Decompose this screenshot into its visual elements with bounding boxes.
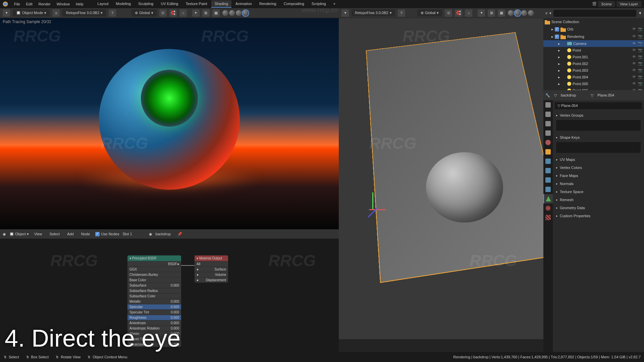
eye-icon[interactable]: 👁 xyxy=(632,41,637,46)
particle-tab[interactable] xyxy=(543,166,553,175)
eye-icon[interactable]: 👁 xyxy=(632,48,637,53)
outliner-item-point-003[interactable]: ▸ Point.003👁📷 xyxy=(543,67,644,74)
menu-toggle-icon[interactable]: ≡ xyxy=(52,9,60,17)
tab-rendering[interactable]: Rendering xyxy=(256,0,280,8)
scene-tab[interactable] xyxy=(543,128,553,138)
props-section-texture-space[interactable]: ▸ Texture Space xyxy=(555,188,642,196)
xray-icon[interactable]: ▦ xyxy=(212,9,220,17)
eye-icon[interactable]: 👁 xyxy=(632,27,637,32)
camera-vis-icon[interactable]: 📷 xyxy=(638,41,643,46)
solid-shading[interactable] xyxy=(229,10,235,16)
editor-type-icon[interactable]: ✦ xyxy=(341,9,349,17)
eye-icon[interactable]: 👁 xyxy=(632,75,637,79)
material-tab[interactable] xyxy=(543,203,553,213)
surface-input-socket[interactable]: ● Surface xyxy=(195,266,228,272)
add-workspace-button[interactable]: + xyxy=(330,0,339,8)
retopoflow-dropdown[interactable]: RetopoFlow 3.0.0B2 ▾ xyxy=(62,9,106,16)
camera-vis-icon[interactable]: 📷 xyxy=(638,61,643,66)
menu-window[interactable]: Window xyxy=(54,1,72,7)
node-mode-dropdown[interactable]: 🔲 Object ▾ xyxy=(9,232,29,236)
wireframe-shading[interactable] xyxy=(222,10,228,16)
help-icon[interactable]: ? xyxy=(109,9,116,17)
outliner-search-input[interactable] xyxy=(553,10,636,17)
tab-layout[interactable]: Layout xyxy=(94,0,112,8)
node-param-subsurface-radius[interactable]: Subsurface Radius xyxy=(127,288,181,293)
bsdf-output-socket[interactable]: BSDF ● xyxy=(127,261,181,266)
node-param-base-color[interactable]: Base Color xyxy=(127,277,181,283)
modifier-tab[interactable] xyxy=(543,157,553,166)
node-param-metallic[interactable]: Metallic0.000 xyxy=(127,299,181,304)
object-name-field[interactable]: ▽ Plane.054 xyxy=(555,102,642,109)
orientation-dropdown[interactable]: ⊕ Global ▾ xyxy=(417,9,442,16)
node-param-specular-tint[interactable]: Specular Tint0.000 xyxy=(127,309,181,315)
camera-vis-icon[interactable]: 📷 xyxy=(638,81,643,86)
node-param-subsurface-color[interactable]: Subsurface Color xyxy=(127,293,181,299)
outliner-item-point-002[interactable]: ▸ Point.002👁📷 xyxy=(543,60,644,67)
camera-vis-icon[interactable]: 📷 xyxy=(638,27,643,32)
texture-tab[interactable] xyxy=(543,213,553,222)
slot-dropdown[interactable]: Slot 1 xyxy=(122,232,132,236)
tab-compositing[interactable]: Compositing xyxy=(280,0,308,8)
gizmo-icon[interactable]: ✦ xyxy=(478,9,485,17)
eye-icon[interactable]: 👁 xyxy=(632,81,637,86)
outliner-item-orb[interactable]: ▸ Orb👁📷 xyxy=(543,25,644,33)
menu-render[interactable]: Render xyxy=(36,1,53,7)
node-param-roughness[interactable]: Roughness0.500 xyxy=(127,315,181,320)
tab-texture-paint[interactable]: Texture Paint xyxy=(182,0,210,8)
retopoflow-dropdown[interactable]: RetopoFlow 3.0.0B2 ▾ xyxy=(352,9,395,16)
camera-vis-icon[interactable]: 📷 xyxy=(638,68,643,73)
camera-vis-icon[interactable]: 📷 xyxy=(638,88,643,90)
collection-checkbox[interactable] xyxy=(555,27,559,32)
scene-dropdown[interactable]: Scene xyxy=(598,1,615,7)
matcap-shading[interactable] xyxy=(521,10,527,16)
tab-sculpting[interactable]: Sculpting xyxy=(135,0,157,8)
pivot-icon[interactable]: ⊙ xyxy=(445,9,452,17)
node-menu-add[interactable]: Add xyxy=(65,231,76,237)
mesh-data-tab[interactable] xyxy=(543,194,553,203)
overlay-icon[interactable]: ⊞ xyxy=(488,9,495,17)
filter-icon[interactable]: ▼ xyxy=(638,11,642,15)
pinned-object-2[interactable]: Plane.054 xyxy=(597,93,614,97)
volume-input-socket[interactable]: ● Volume xyxy=(195,272,228,277)
eye-icon[interactable]: 👁 xyxy=(632,34,637,39)
camera-vis-icon[interactable]: 📷 xyxy=(638,75,643,79)
use-nodes-checkbox[interactable]: Use Nodes xyxy=(95,232,119,236)
snap-icon[interactable]: 🧲 xyxy=(169,9,177,17)
node-menu-view[interactable]: View xyxy=(32,231,44,237)
scene-collection-row[interactable]: Scene Collection xyxy=(543,18,644,25)
props-section-shape-keys[interactable]: ▸ Shape Keys xyxy=(555,133,642,141)
camera-vis-icon[interactable]: 📷 xyxy=(638,55,643,59)
eye-icon[interactable]: 👁 xyxy=(632,68,637,73)
camera-vis-icon[interactable]: 📷 xyxy=(638,48,643,53)
display-mode-icon[interactable]: ▾ xyxy=(549,11,551,15)
help-icon[interactable]: ? xyxy=(398,9,405,17)
rendered-shading[interactable] xyxy=(243,10,249,16)
outliner-item-point-006[interactable]: ▸ Point.006👁📷 xyxy=(543,87,644,90)
outliner-item-point-004[interactable]: ▸ Point.004👁📷 xyxy=(543,74,644,80)
render-viewport[interactable]: Path Tracing Sample 20/32 xyxy=(0,18,339,229)
axis-gizmo[interactable] xyxy=(352,192,392,226)
props-section-remesh[interactable]: ▸ Remesh xyxy=(555,196,642,204)
outliner-item-rendering[interactable]: ▸ Rendering👁📷 xyxy=(543,33,644,40)
tab-shading[interactable]: Shading xyxy=(211,0,231,8)
tab-uv-editing[interactable]: UV Editing xyxy=(157,0,181,8)
camera-vis-icon[interactable]: 📷 xyxy=(638,34,643,39)
editor-type-icon[interactable]: ≡ xyxy=(545,11,547,15)
output-tab[interactable] xyxy=(543,110,553,119)
node-param-christensen-burley[interactable]: Christensen-Burley xyxy=(127,272,181,277)
outliner-item-point-005[interactable]: ▸ Point.005👁📷 xyxy=(543,80,644,87)
pivot-icon[interactable]: ⊙ xyxy=(159,9,167,17)
outliner-item-camera[interactable]: ▸ Camera👁📷 xyxy=(543,40,644,47)
editor-type-icon[interactable]: ◉ xyxy=(3,232,6,236)
props-section-vertex-colors[interactable]: ▸ Vertex Colors xyxy=(555,164,642,172)
solid-shading[interactable] xyxy=(515,10,521,16)
node-menu-node[interactable]: Node xyxy=(79,231,92,237)
viewport-3d[interactable] xyxy=(339,18,543,339)
render-tab[interactable] xyxy=(543,100,553,110)
gizmo-icon[interactable]: ✦ xyxy=(192,9,200,17)
matcap-shading[interactable] xyxy=(236,10,242,16)
node-param-specular[interactable]: Specular0.500 xyxy=(127,304,181,309)
view-layer-dropdown[interactable]: View Layer xyxy=(616,1,641,7)
proportional-icon[interactable]: ○ xyxy=(179,9,187,17)
pin-icon[interactable]: 📌 xyxy=(177,232,182,236)
